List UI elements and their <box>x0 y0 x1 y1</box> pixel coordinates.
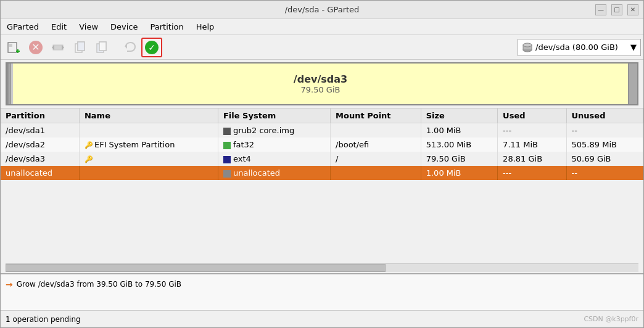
apply-icon: ✓ <box>145 41 159 54</box>
table-row[interactable]: /dev/sda3🔑ext4/79.50 GiB28.81 GiB50.69 G… <box>1 152 643 166</box>
dropdown-arrow-icon: ▼ <box>630 43 637 52</box>
partition-rows: /dev/sda1grub2 core.img1.00 MiB-----/dev… <box>1 123 643 181</box>
cell-name: 🔑EFI System Partition <box>79 137 218 152</box>
statusbar: 1 operation pending CSDN @k3ppf0r <box>1 310 643 327</box>
col-filesystem: File System <box>218 109 330 123</box>
horizontal-scrollbar[interactable] <box>6 263 638 272</box>
operations-panel: → Grow /dev/sda3 from 39.50 GiB to 79.50… <box>1 273 643 310</box>
menubar: GParted Edit View Device Partition Help <box>1 19 643 35</box>
delete-icon: ✕ <box>29 41 43 54</box>
window-controls: — □ ✕ <box>595 4 638 15</box>
delete-partition-button[interactable]: ✕ <box>25 38 46 57</box>
table-header: Partition Name File System Mount Point S… <box>1 109 643 123</box>
undo-button[interactable] <box>119 38 140 57</box>
cell-unused: -- <box>566 123 643 138</box>
window-title: /dev/sda - GParted <box>285 5 360 14</box>
col-used: Used <box>498 109 566 123</box>
key-icon: 🔑 <box>85 155 93 163</box>
disk-visual: /dev/sda3 79.50 GiB <box>6 62 638 105</box>
maximize-button[interactable]: □ <box>611 4 622 15</box>
copy-icon <box>73 40 88 55</box>
disk-partition-name: /dev/sda3 <box>294 73 347 85</box>
fs-color-icon <box>223 142 231 149</box>
cell-unused: 50.69 GiB <box>566 152 643 166</box>
cell-used: 28.81 GiB <box>498 152 566 166</box>
device-selector[interactable]: /dev/sda (80.00 GiB) ▼ <box>518 39 641 56</box>
cell-partition: /dev/sda1 <box>1 123 79 138</box>
status-text: 1 operation pending <box>6 315 81 324</box>
cell-filesystem: ext4 <box>218 152 330 166</box>
svg-rect-1 <box>9 44 12 47</box>
watermark: CSDN @k3ppf0r <box>584 315 638 323</box>
menu-edit[interactable]: Edit <box>45 21 73 33</box>
main-window: /dev/sda - GParted — □ ✕ GParted Edit Vi… <box>0 0 644 328</box>
cell-mountpoint <box>331 166 421 180</box>
key-icon: 🔑 <box>85 141 93 149</box>
partition-table: Partition Name File System Mount Point S… <box>1 109 643 180</box>
cell-mountpoint <box>331 123 421 138</box>
device-label: /dev/sda (80.00 GiB) <box>535 43 618 52</box>
cell-size: 1.00 MiB <box>421 123 497 138</box>
disk-partition-size: 79.50 GiB <box>301 85 341 94</box>
cell-unused: -- <box>566 166 643 180</box>
toolbar: ✕ <box>1 35 643 60</box>
minimize-button[interactable]: — <box>595 4 606 15</box>
close-button[interactable]: ✕ <box>627 4 638 15</box>
cell-filesystem: grub2 core.img <box>218 123 330 138</box>
fs-color-icon <box>223 170 231 178</box>
cell-partition: unallocated <box>1 166 79 180</box>
menu-gparted[interactable]: GParted <box>1 21 45 33</box>
fs-color-icon <box>223 128 231 135</box>
operation-item: → Grow /dev/sda3 from 39.50 GiB to 79.50… <box>6 278 638 290</box>
disk-main-partition: /dev/sda3 79.50 GiB <box>13 64 629 104</box>
cell-filesystem: unallocated <box>218 166 330 180</box>
table-row[interactable]: unallocatedunallocated1.00 MiB----- <box>1 166 643 180</box>
menu-help[interactable]: Help <box>190 21 221 33</box>
menu-device[interactable]: Device <box>104 21 144 33</box>
resize-move-button[interactable] <box>47 38 68 57</box>
new-icon <box>6 40 21 55</box>
paste-icon <box>95 40 110 55</box>
undo-icon <box>122 40 137 55</box>
fs-color-icon <box>223 156 231 163</box>
cell-used: --- <box>498 166 566 180</box>
cell-partition: /dev/sda3 <box>1 152 79 166</box>
cell-filesystem: fat32 <box>218 137 330 152</box>
copy-button[interactable] <box>70 38 91 57</box>
svg-rect-12 <box>99 42 106 51</box>
disk-icon <box>522 42 533 53</box>
op-arrow-icon: → <box>6 279 13 289</box>
resize-icon <box>51 40 65 55</box>
svg-point-16 <box>523 43 532 47</box>
col-name: Name <box>79 109 218 123</box>
cell-size: 1.00 MiB <box>421 166 497 180</box>
partition-table-container: Partition Name File System Mount Point S… <box>1 108 643 262</box>
col-partition: Partition <box>1 109 79 123</box>
paste-button[interactable] <box>92 38 113 57</box>
cell-name <box>79 166 218 180</box>
cell-partition: /dev/sda2 <box>1 137 79 152</box>
col-unused: Unused <box>566 109 643 123</box>
titlebar: /dev/sda - GParted — □ ✕ <box>1 1 643 19</box>
table-row[interactable]: /dev/sda2🔑EFI System Partitionfat32/boot… <box>1 137 643 152</box>
cell-size: 513.00 MiB <box>421 137 497 152</box>
cell-size: 79.50 GiB <box>421 152 497 166</box>
col-mountpoint: Mount Point <box>331 109 421 123</box>
new-partition-button[interactable] <box>3 38 24 57</box>
cell-unused: 505.89 MiB <box>566 137 643 152</box>
table-row[interactable]: /dev/sda1grub2 core.img1.00 MiB----- <box>1 123 643 138</box>
cell-mountpoint: / <box>331 152 421 166</box>
cell-used: --- <box>498 123 566 138</box>
col-size: Size <box>421 109 497 123</box>
svg-rect-4 <box>53 45 63 50</box>
cell-name <box>79 123 218 138</box>
cell-name: 🔑 <box>79 152 218 166</box>
cell-used: 7.11 MiB <box>498 137 566 152</box>
cell-mountpoint: /boot/efi <box>331 137 421 152</box>
svg-rect-9 <box>78 42 85 51</box>
op-text: Grow /dev/sda3 from 39.50 GiB to 79.50 G… <box>17 280 181 289</box>
menu-partition[interactable]: Partition <box>144 21 190 33</box>
menu-view[interactable]: View <box>73 21 104 33</box>
apply-button[interactable]: ✓ <box>141 38 162 57</box>
